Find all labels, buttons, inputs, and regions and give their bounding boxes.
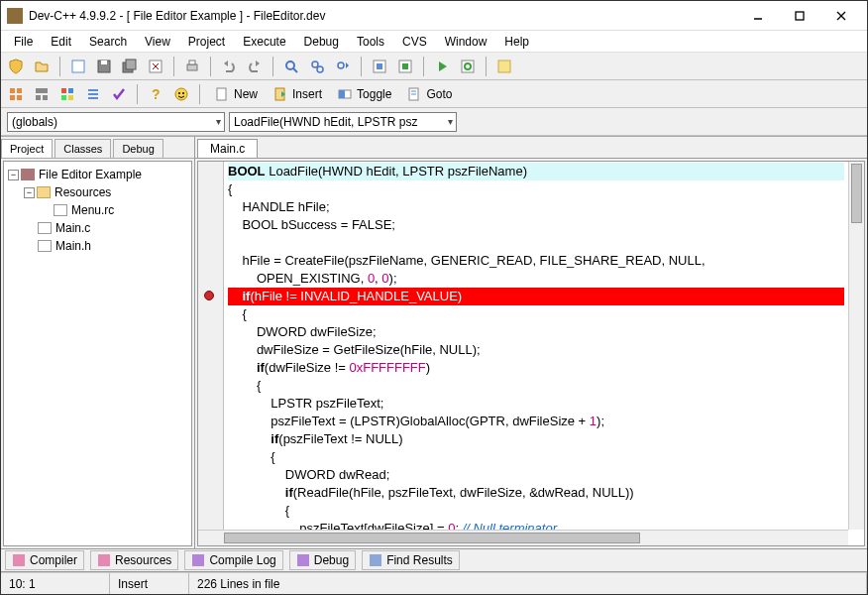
- maximize-button[interactable]: [780, 4, 819, 28]
- toggle-button[interactable]: Toggle: [330, 82, 395, 106]
- menu-debug[interactable]: Debug: [295, 33, 348, 51]
- find-next-icon[interactable]: [332, 56, 354, 77]
- code-line[interactable]: {: [228, 448, 844, 466]
- code-line[interactable]: {: [228, 305, 844, 323]
- breakpoint-icon[interactable]: [204, 291, 214, 300]
- scroll-thumb[interactable]: [224, 533, 640, 543]
- code-line[interactable]: OPEN_EXISTING, 0, 0);: [228, 270, 844, 288]
- app-icon: [7, 8, 23, 24]
- help-icon[interactable]: ?: [145, 83, 166, 105]
- scope-dropdown[interactable]: (globals): [7, 112, 225, 132]
- find-icon[interactable]: [280, 56, 302, 77]
- bottom-tab-resources[interactable]: Resources: [90, 550, 178, 570]
- menu-execute[interactable]: Execute: [234, 33, 294, 51]
- code-editor[interactable]: BOOL LoadFile(HWND hEdit, LPSTR pszFileN…: [197, 161, 865, 546]
- compile-icon[interactable]: [369, 56, 390, 77]
- bottom-tab-find-results[interactable]: Find Results: [362, 550, 460, 570]
- collapse-icon[interactable]: −: [8, 170, 19, 180]
- debug-icon[interactable]: [493, 56, 515, 77]
- new-button[interactable]: New: [207, 82, 262, 106]
- horizontal-scrollbar[interactable]: [198, 530, 848, 545]
- bottom-tab-compiler[interactable]: Compiler: [5, 550, 84, 570]
- code-line[interactable]: pszFileText[dwFileSize] = 0; // Null ter…: [228, 520, 844, 530]
- compile-run-icon[interactable]: [431, 56, 453, 77]
- code-line[interactable]: dwFileSize = GetFileSize(hFile, NULL);: [228, 341, 844, 359]
- function-dropdown[interactable]: LoadFile(HWND hEdit, LPSTR psz: [229, 112, 457, 132]
- tree-project-root[interactable]: −File Editor Example: [6, 166, 189, 183]
- code-line[interactable]: DWORD dwFileSize;: [228, 323, 844, 341]
- code-line[interactable]: {: [228, 377, 844, 395]
- side-tab-classes[interactable]: Classes: [54, 139, 111, 158]
- menu-edit[interactable]: Edit: [42, 33, 80, 51]
- menu-window[interactable]: Window: [436, 33, 496, 51]
- bottom-tab-compile-log[interactable]: Compile Log: [184, 550, 282, 570]
- collapse-icon[interactable]: −: [24, 187, 35, 198]
- code-line[interactable]: BOOL bSuccess = FALSE;: [228, 216, 844, 234]
- menu-search[interactable]: Search: [80, 33, 136, 51]
- scroll-thumb[interactable]: [851, 164, 862, 223]
- close-file-icon[interactable]: [145, 56, 166, 77]
- code-line[interactable]: [228, 234, 844, 252]
- svg-rect-12: [187, 64, 197, 70]
- titlebar-text: Dev-C++ 4.9.9.2 - [ File Editor Example …: [29, 9, 738, 23]
- menu-tools[interactable]: Tools: [348, 33, 393, 51]
- scope-bar: (globals) LoadFile(HWND hEdit, LPSTR psz: [1, 108, 867, 136]
- tree-file[interactable]: Main.h: [6, 237, 189, 255]
- save-all-icon[interactable]: [119, 56, 141, 77]
- code-line[interactable]: {: [228, 180, 844, 198]
- menu-project[interactable]: Project: [179, 33, 234, 51]
- code-line[interactable]: if(hFile != INVALID_HANDLE_VALUE): [228, 288, 844, 305]
- menu-cvs[interactable]: CVS: [393, 33, 436, 51]
- grid-colors-icon[interactable]: [56, 83, 78, 105]
- bottom-tab-debug[interactable]: Debug: [289, 550, 356, 570]
- svg-rect-29: [17, 95, 22, 100]
- save-icon[interactable]: [93, 56, 115, 77]
- shield-icon[interactable]: [5, 56, 27, 77]
- code-line[interactable]: if(ReadFile(hFile, pszFileText, dwFileSi…: [228, 484, 844, 502]
- toolbar-secondary: ? New Insert Toggle Goto: [1, 80, 867, 108]
- grid-3-icon[interactable]: [31, 83, 53, 105]
- new-window-icon[interactable]: [67, 56, 89, 77]
- code-line[interactable]: DWORD dwRead;: [228, 466, 844, 484]
- menu-view[interactable]: View: [136, 33, 179, 51]
- code-line[interactable]: hFile = CreateFile(pszFileName, GENERIC_…: [228, 252, 844, 270]
- svg-rect-20: [377, 63, 382, 69]
- code-line[interactable]: LPSTR pszFileText;: [228, 395, 844, 413]
- code-line[interactable]: if(dwFileSize != 0xFFFFFFFF): [228, 359, 844, 377]
- editor-tab[interactable]: Main.c: [197, 139, 258, 158]
- tree-file[interactable]: Main.c: [6, 219, 189, 237]
- close-button[interactable]: [821, 4, 861, 28]
- code-line[interactable]: pszFileText = (LPSTR)GlobalAlloc(GPTR, d…: [228, 413, 844, 430]
- replace-icon[interactable]: [306, 56, 328, 77]
- redo-icon[interactable]: [244, 56, 266, 77]
- project-tree[interactable]: −File Editor Example −Resources Menu.rc …: [3, 161, 192, 546]
- open-icon[interactable]: [31, 56, 53, 77]
- about-icon[interactable]: [170, 83, 192, 105]
- titlebar: Dev-C++ 4.9.9.2 - [ File Editor Example …: [1, 1, 867, 31]
- code-line[interactable]: BOOL LoadFile(HWND hEdit, LPSTR pszFileN…: [228, 163, 844, 180]
- code-line[interactable]: HANDLE hFile;: [228, 198, 844, 216]
- side-tab-debug[interactable]: Debug: [113, 139, 163, 158]
- grid-2x2-icon[interactable]: [5, 83, 27, 105]
- undo-icon[interactable]: [218, 56, 240, 77]
- code-line[interactable]: {: [228, 502, 844, 520]
- list-icon[interactable]: [82, 83, 104, 105]
- goto-button[interactable]: Goto: [399, 82, 456, 106]
- tree-folder[interactable]: −Resources: [6, 183, 189, 201]
- project-icon: [21, 169, 35, 180]
- insert-button[interactable]: Insert: [266, 82, 326, 106]
- menu-file[interactable]: File: [5, 33, 42, 51]
- code-content[interactable]: BOOL LoadFile(HWND hEdit, LPSTR pszFileN…: [224, 162, 848, 530]
- check-icon[interactable]: [108, 83, 130, 105]
- print-icon[interactable]: [181, 56, 203, 77]
- svg-rect-1: [796, 12, 804, 20]
- run-icon[interactable]: [394, 56, 416, 77]
- minimize-button[interactable]: [738, 4, 778, 28]
- side-tab-project[interactable]: Project: [1, 139, 53, 158]
- code-line[interactable]: if(pszFileText != NULL): [228, 430, 844, 448]
- gutter[interactable]: [198, 162, 224, 530]
- rebuild-icon[interactable]: [457, 56, 479, 77]
- tree-file[interactable]: Menu.rc: [6, 201, 189, 219]
- menu-help[interactable]: Help: [495, 33, 538, 51]
- vertical-scrollbar[interactable]: [848, 162, 864, 530]
